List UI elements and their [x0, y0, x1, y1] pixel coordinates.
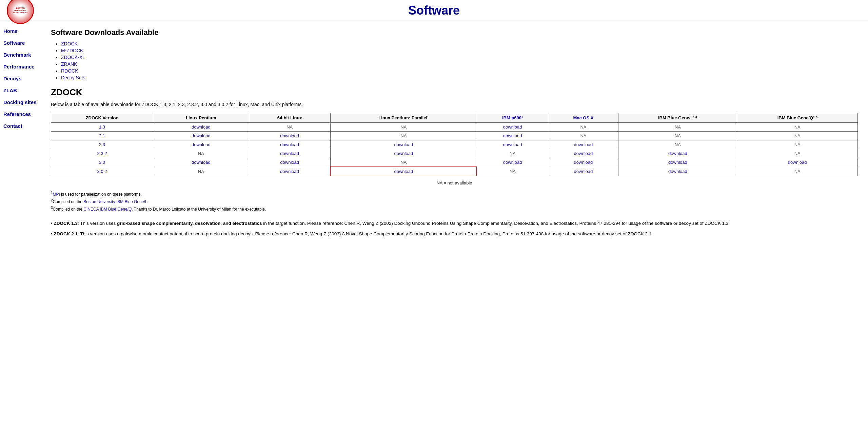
- data-cell[interactable]: download: [249, 149, 330, 158]
- data-cell: NA: [737, 123, 858, 132]
- zdock-descriptions: • ZDOCK 1.3: This version uses grid-base…: [51, 220, 858, 238]
- downloads-heading: Software Downloads Available: [51, 28, 858, 37]
- data-cell: NA: [153, 167, 249, 176]
- bu-ibm-link[interactable]: Boston University IBM Blue Gene/L: [83, 199, 147, 204]
- link-decoy-sets[interactable]: Decoy Sets: [61, 75, 85, 80]
- data-cell[interactable]: download: [330, 149, 477, 158]
- col-ibm-blue-gene-q: IBM Blue Gene/Q¹˒³: [737, 113, 858, 123]
- data-cell[interactable]: download: [477, 140, 548, 149]
- sidebar-item-zlab[interactable]: ZLAB: [3, 87, 37, 93]
- data-cell[interactable]: download: [153, 132, 249, 140]
- data-cell[interactable]: download: [477, 158, 548, 167]
- data-cell[interactable]: download: [153, 158, 249, 167]
- version-cell[interactable]: 2.1: [51, 132, 153, 140]
- table-row: 3.0downloaddownloadNAdownloaddownloaddow…: [51, 158, 858, 167]
- sidebar-item-docking-sites[interactable]: Docking sites: [3, 99, 37, 105]
- footnotes: 1MPI is used for parallelization on thes…: [51, 190, 858, 213]
- data-cell[interactable]: download: [249, 140, 330, 149]
- sidebar-item-benchmark[interactable]: Benchmark: [3, 52, 37, 58]
- table-row: 1.3downloadNANAdownloadNANANA: [51, 123, 858, 132]
- table-row: 2.3downloaddownloaddownloaddownloaddownl…: [51, 140, 858, 149]
- na-note: NA = not available: [51, 180, 858, 185]
- data-cell: NA: [330, 123, 477, 132]
- sidebar-item-home[interactable]: Home: [3, 28, 37, 34]
- data-cell[interactable]: download: [737, 158, 858, 167]
- data-cell[interactable]: download: [153, 140, 249, 149]
- version-cell[interactable]: 3.0: [51, 158, 153, 167]
- data-cell[interactable]: download: [153, 123, 249, 132]
- data-cell: NA: [548, 132, 618, 140]
- data-cell: NA: [618, 140, 737, 149]
- col-64bit-linux: 64-bit Linux: [249, 113, 330, 123]
- main-content: Software Downloads Available ZDOCK M-ZDO…: [41, 21, 868, 248]
- zdock-desc-2: • ZDOCK 2.1: This version uses a pairwis…: [51, 230, 858, 238]
- data-cell: NA: [477, 167, 548, 176]
- sidebar-item-software[interactable]: Software: [3, 40, 37, 46]
- table-row: 3.0.2NAdownloaddownloadNAdownloaddownloa…: [51, 167, 858, 176]
- data-cell[interactable]: download: [330, 167, 477, 176]
- col-mac-osx: Mac OS X: [548, 113, 618, 123]
- data-cell: NA: [477, 149, 548, 158]
- sidebar-item-contact[interactable]: Contact: [3, 123, 37, 129]
- col-linux-parallel: Linux Pentium: Parallel¹: [330, 113, 477, 123]
- logo-inner: BOSTONUNIVERSITY BIOINFORMATICS: [8, 0, 33, 23]
- top-header: BOSTONUNIVERSITY BIOINFORMATICS Software: [0, 0, 868, 21]
- data-cell[interactable]: download: [618, 158, 737, 167]
- link-zdock[interactable]: ZDOCK: [61, 41, 78, 46]
- data-cell[interactable]: download: [330, 140, 477, 149]
- version-cell[interactable]: 2.3.2: [51, 149, 153, 158]
- link-zdock-xl[interactable]: ZDOCK-XL: [61, 55, 85, 60]
- data-cell: NA: [737, 167, 858, 176]
- col-ibm-p690: IBM p690¹: [477, 113, 548, 123]
- data-cell[interactable]: download: [477, 123, 548, 132]
- data-cell: NA: [737, 140, 858, 149]
- sidebar: Home Software Benchmark Performance Deco…: [0, 21, 41, 248]
- footnote-1: 1MPI is used for parallelization on thes…: [51, 190, 858, 198]
- mpi-link[interactable]: MPI: [53, 192, 60, 197]
- cineca-link[interactable]: CINECA IBM Blue Gene/Q: [83, 207, 132, 212]
- data-cell[interactable]: download: [618, 149, 737, 158]
- data-cell: NA: [153, 149, 249, 158]
- data-cell[interactable]: download: [548, 158, 618, 167]
- version-cell[interactable]: 2.3: [51, 140, 153, 149]
- data-cell: NA: [330, 132, 477, 140]
- link-mzdock[interactable]: M-ZDOCK: [61, 48, 83, 53]
- zdock-download-table: ZDOCK Version Linux Pentium 64-bit Linux…: [51, 113, 858, 176]
- sidebar-item-references[interactable]: References: [3, 111, 37, 117]
- footnote-3: 3Compiled on the CINECA IBM Blue Gene/Q.…: [51, 205, 858, 213]
- page-title: Software: [408, 3, 460, 18]
- sidebar-item-decoys[interactable]: Decoys: [3, 76, 37, 81]
- data-cell: NA: [618, 132, 737, 140]
- col-linux-pentium: Linux Pentium: [153, 113, 249, 123]
- data-cell[interactable]: download: [249, 158, 330, 167]
- footnote-2: 2Compiled on the Boston University IBM B…: [51, 198, 858, 205]
- data-cell[interactable]: download: [548, 140, 618, 149]
- zdock-description: Below is a table of available downloads …: [51, 101, 858, 108]
- software-links-list: ZDOCK M-ZDOCK ZDOCK-XL ZRANK RDOCK Decoy…: [51, 41, 858, 80]
- data-cell: NA: [737, 132, 858, 140]
- version-cell[interactable]: 3.0.2: [51, 167, 153, 176]
- data-cell: NA: [548, 123, 618, 132]
- data-cell[interactable]: download: [477, 132, 548, 140]
- bu-logo: BOSTONUNIVERSITY BIOINFORMATICS: [7, 0, 34, 24]
- data-cell: NA: [330, 158, 477, 167]
- table-header-row: ZDOCK Version Linux Pentium 64-bit Linux…: [51, 113, 858, 123]
- link-rdock[interactable]: RDOCK: [61, 68, 78, 74]
- table-row: 2.3.2NAdownloaddownloadNAdownloaddownloa…: [51, 149, 858, 158]
- data-cell: NA: [249, 123, 330, 132]
- data-cell: NA: [737, 149, 858, 158]
- sidebar-item-performance[interactable]: Performance: [3, 64, 37, 70]
- data-cell[interactable]: download: [249, 132, 330, 140]
- link-zrank[interactable]: ZRANK: [61, 61, 77, 67]
- data-cell[interactable]: download: [548, 149, 618, 158]
- data-cell[interactable]: download: [618, 167, 737, 176]
- data-cell[interactable]: download: [249, 167, 330, 176]
- zdock-heading: ZDOCK: [51, 87, 858, 98]
- col-ibm-blue-gene-l: IBM Blue Gene/L¹˒²: [618, 113, 737, 123]
- table-row: 2.1downloaddownloadNAdownloadNANANA: [51, 132, 858, 140]
- version-cell[interactable]: 1.3: [51, 123, 153, 132]
- logo-area: BOSTONUNIVERSITY BIOINFORMATICS: [7, 0, 34, 24]
- col-version: ZDOCK Version: [51, 113, 153, 123]
- zdock-desc-1: • ZDOCK 1.3: This version uses grid-base…: [51, 220, 858, 227]
- data-cell[interactable]: download: [548, 167, 618, 176]
